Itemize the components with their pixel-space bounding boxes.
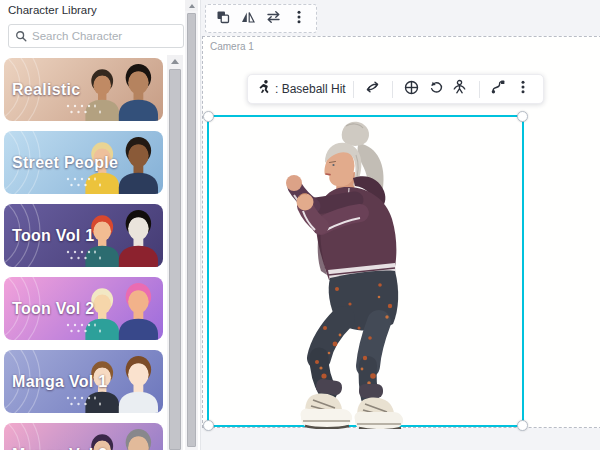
swap-animation-button[interactable] — [362, 78, 384, 100]
resize-handle-bottom-left[interactable] — [203, 420, 214, 431]
card-dots-decoration — [66, 249, 106, 263]
canvas-area: Camera 1 : Baseball Hit — [200, 0, 600, 450]
motion-path-icon — [490, 79, 507, 99]
toolbar-divider — [353, 81, 354, 98]
panel-scrollbar[interactable] — [185, 0, 198, 450]
card-list-scrollbar[interactable] — [167, 55, 183, 450]
rotate-icon — [427, 79, 444, 99]
character-figure[interactable] — [209, 117, 526, 429]
character-card-manga-vol-2[interactable]: Manga Vol 2 — [4, 423, 163, 450]
more-vertical-icon — [291, 9, 307, 29]
toolbar-divider — [392, 81, 393, 98]
scrollbar-thumb[interactable] — [187, 13, 196, 447]
pose-button[interactable] — [449, 78, 471, 100]
more-vertical-button[interactable] — [512, 78, 534, 100]
character-card-toon-vol-1[interactable]: Toon Vol 1 — [4, 204, 163, 267]
card-label: Toon Vol 2 — [12, 300, 94, 318]
selection-box[interactable] — [207, 115, 524, 427]
card-label: Toon Vol 1 — [12, 227, 94, 245]
resize-handle-bottom-right[interactable] — [517, 420, 528, 431]
running-person-icon — [256, 79, 271, 99]
selection-toolbar: : Baseball Hit — [247, 74, 544, 104]
animation-selector[interactable]: : Baseball Hit — [256, 79, 346, 99]
card-dots-decoration — [66, 395, 106, 409]
flip-horizontal-button[interactable] — [238, 9, 258, 29]
arrange-icon — [215, 9, 231, 29]
motion-path-button[interactable] — [488, 78, 510, 100]
swap-animation-icon — [364, 79, 381, 99]
card-dots-decoration — [66, 176, 106, 190]
search-icon — [15, 30, 27, 42]
scroll-up-button[interactable] — [185, 0, 198, 11]
flip-horizontal-icon — [240, 9, 256, 29]
up-arrow-icon — [189, 4, 195, 8]
toolbar-divider — [479, 81, 480, 98]
card-label: Manga Vol 2 — [12, 446, 107, 450]
arrange-button[interactable] — [213, 9, 233, 29]
card-dots-decoration — [66, 322, 106, 336]
more-vertical-icon — [515, 79, 531, 99]
character-card-list: Realistic Street People — [0, 55, 166, 450]
character-card-street-people[interactable]: Street People — [4, 131, 163, 194]
card-label: Realistic — [12, 81, 81, 99]
character-card-manga-vol-1[interactable]: Manga Vol 1 — [4, 350, 163, 413]
move-button[interactable] — [401, 78, 423, 100]
rotate-button[interactable] — [425, 78, 447, 100]
search-character-box[interactable] — [8, 24, 184, 48]
card-dots-decoration — [66, 103, 106, 117]
pose-icon — [451, 79, 468, 99]
swap-icon — [265, 9, 282, 29]
scrollbar-thumb[interactable] — [169, 69, 181, 450]
camera-label: Camera 1 — [210, 41, 254, 52]
search-input[interactable] — [32, 30, 177, 42]
swap-button[interactable] — [264, 9, 284, 29]
resize-handle-top-left[interactable] — [203, 111, 214, 122]
character-card-toon-vol-2[interactable]: Toon Vol 2 — [4, 277, 163, 340]
card-label: Street People — [12, 154, 118, 172]
panel-title: Character Library — [8, 4, 97, 16]
animation-name-label: : Baseball Hit — [275, 82, 346, 96]
more-vertical-button[interactable] — [289, 9, 309, 29]
canvas-toolbar — [205, 4, 317, 33]
character-card-realistic[interactable]: Realistic — [4, 58, 163, 121]
resize-handle-top-right[interactable] — [517, 111, 528, 122]
up-arrow-icon — [171, 59, 179, 64]
card-label: Manga Vol 1 — [12, 373, 107, 391]
character-library-panel: Character Library — [0, 0, 200, 450]
app-window: Character Library — [0, 0, 600, 450]
move-icon — [403, 79, 420, 100]
scroll-up-button[interactable] — [167, 55, 183, 67]
